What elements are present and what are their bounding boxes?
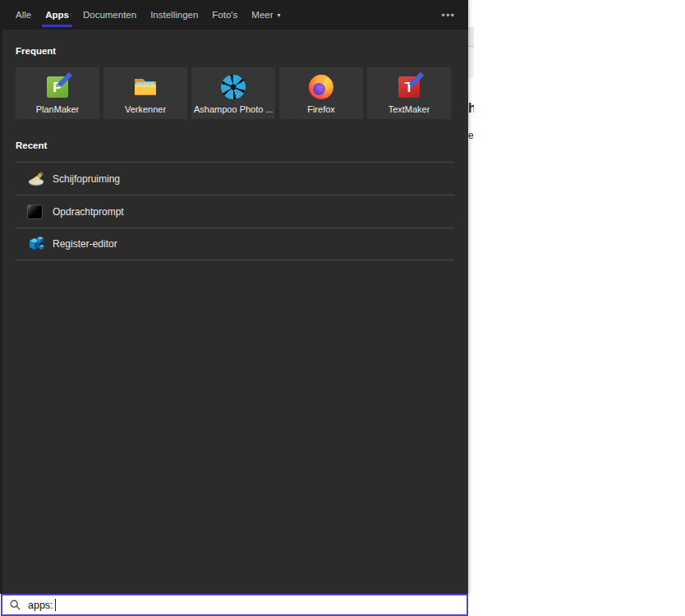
disk-cleanup-icon — [27, 171, 45, 187]
tile-planmaker[interactable]: P PlanMaker — [16, 67, 99, 119]
tab-fotos[interactable]: Foto's — [212, 0, 237, 30]
search-icon — [10, 600, 21, 610]
search-query-text: apps: — [28, 600, 53, 611]
background-window-edge: h e — [468, 0, 474, 616]
search-filter-tabbar: Alle Apps Documenten Instellingen Foto's… — [0, 0, 468, 30]
aperture-icon — [220, 74, 246, 100]
planmaker-icon: P — [44, 74, 71, 100]
background-ribbon-fragment — [468, 27, 474, 46]
tab-documenten[interactable]: Documenten — [83, 0, 136, 30]
tile-verkenner[interactable]: Verkenner — [103, 67, 187, 119]
recent-list: Schijfopruiming Opdrachtprompt — [16, 162, 454, 260]
tile-textmaker[interactable]: T TextMaker — [367, 67, 451, 119]
recent-item-label: Schijfopruiming — [53, 173, 120, 185]
tab-meer-label: Meer — [251, 10, 273, 20]
background-text-fragment: h — [468, 101, 474, 116]
recent-item-register-editor[interactable]: Register-editor — [16, 228, 454, 260]
frequent-section-title: Frequent — [16, 46, 56, 56]
tile-firefox[interactable]: Firefox — [279, 67, 363, 119]
search-flyout-panel: Alle Apps Documenten Instellingen Foto's… — [0, 0, 468, 594]
search-input[interactable]: apps: — [1, 594, 468, 616]
tile-label: TextMaker — [388, 104, 430, 114]
tile-label: Verkenner — [125, 104, 166, 114]
background-text-fragment: e — [468, 130, 474, 141]
recent-item-schijfopruiming[interactable]: Schijfopruiming — [16, 162, 454, 195]
tile-ashampoo-photo[interactable]: Ashampoo Photo ... — [191, 67, 275, 119]
registry-editor-icon — [27, 236, 45, 252]
tile-label: Firefox — [307, 104, 335, 114]
tile-label: PlanMaker — [36, 104, 80, 114]
firefox-icon — [308, 74, 334, 100]
tab-meer[interactable]: Meer ▾ — [251, 0, 280, 30]
tab-apps[interactable]: Apps — [45, 0, 69, 30]
tab-instellingen[interactable]: Instellingen — [150, 0, 198, 30]
overflow-menu-button[interactable]: ••• — [441, 0, 455, 30]
command-prompt-icon — [27, 204, 45, 220]
recent-item-label: Register-editor — [53, 238, 117, 250]
recent-item-opdrachtprompt[interactable]: Opdrachtprompt — [16, 195, 454, 228]
frequent-tiles: P PlanMaker Verkenner Ashampoo Pho — [16, 67, 451, 119]
file-explorer-icon — [132, 74, 159, 100]
text-caret — [55, 599, 56, 611]
recent-section-title: Recent — [16, 140, 47, 150]
tile-label: Ashampoo Photo ... — [194, 104, 273, 114]
textmaker-icon: T — [396, 74, 422, 100]
recent-item-label: Opdrachtprompt — [53, 206, 124, 218]
background-toolbar-fragment — [468, 47, 474, 78]
chevron-down-icon: ▾ — [278, 11, 281, 19]
tab-alle[interactable]: Alle — [16, 0, 31, 30]
